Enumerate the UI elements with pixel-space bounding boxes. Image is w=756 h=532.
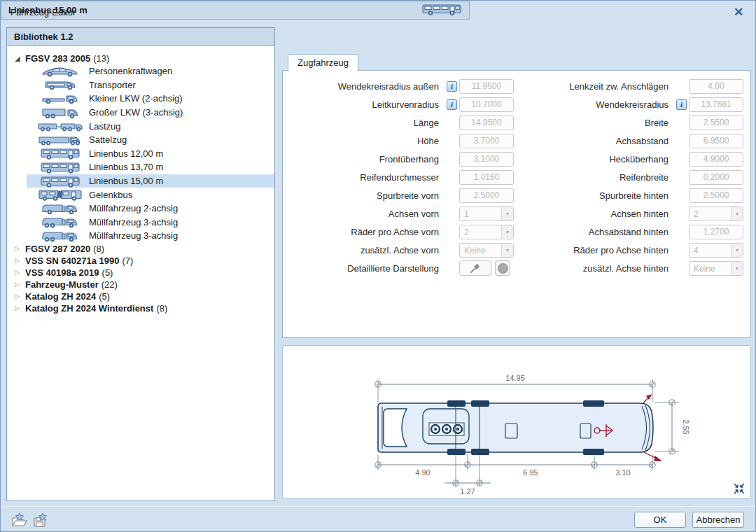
tree-collapsed-icon[interactable]: ▷	[15, 293, 25, 300]
open-library-icon[interactable]	[10, 512, 29, 528]
input-spurbreite-vorn[interactable]	[459, 188, 514, 203]
tree-item-sattelzug[interactable]: Sattelzug	[27, 133, 274, 147]
field-row-leitkurvenradius: Leitkurvenradiusi	[288, 95, 514, 113]
field-row-reifenbreite: Reifenbreite	[518, 168, 743, 186]
city-bus-icon	[35, 161, 85, 174]
input-wendekreisradius[interactable]	[689, 97, 743, 112]
input-reifenbreite[interactable]	[689, 170, 743, 185]
input-h-he[interactable]	[459, 134, 514, 148]
input-spurbreite-hinten[interactable]	[689, 188, 743, 203]
tree-group-vss-40198a-2019[interactable]: ▷VSS 40198a 2019(5)	[7, 267, 274, 279]
tree-collapsed-icon[interactable]: ▷	[15, 245, 25, 252]
tree-item-transporter[interactable]: Transporter	[27, 78, 274, 92]
select-zus-tzl-achse-hinten[interactable]: Keine▼	[689, 261, 743, 276]
info-icon[interactable]: i	[447, 81, 457, 92]
semi-trailer-icon	[35, 134, 85, 146]
tree-group-fgsv-287-2020[interactable]: ▷FGSV 287 2020(8)	[7, 243, 274, 255]
circle-swatch-icon	[498, 263, 508, 274]
tree-group-katalog-zh-2024-winterdienst[interactable]: ▷Katalog ZH 2024 Winterdienst(8)	[7, 302, 274, 314]
tree-item-m-llfahrzeug-3-achsig[interactable]: Müllfahrzeug 3-achsig	[27, 229, 274, 243]
field-row-wendekreisradius: Wendekreisradiusi	[518, 95, 743, 113]
tree-item-linienbus-13-70-m[interactable]: Linienbus 13,70 m	[27, 160, 274, 174]
info-icon[interactable]: i	[447, 99, 457, 110]
field-row-l-nge: Länge	[288, 113, 514, 132]
vehicle-diagram-panel: 14.95 2.55 4.90 6.95 3.10 1.27	[282, 345, 751, 499]
select-r-der-pro-achse-vorn[interactable]: 2▼	[459, 225, 514, 239]
chevron-down-icon: ▼	[731, 262, 743, 275]
field-row-r-der-pro-achse-hinten: Räder pro Achse hinten4▼	[518, 241, 743, 259]
select-zus-tzl-achse-vorn[interactable]: Keine▼	[459, 243, 514, 258]
tree-collapsed-icon[interactable]: ▷	[15, 281, 25, 288]
small-truck-icon	[35, 93, 85, 104]
info-icon[interactable]: i	[676, 99, 687, 110]
tree-group-vss-sn-640271a-1990[interactable]: ▷VSS SN 640271a 1990(7)	[7, 255, 274, 267]
tree-group-katalog-zh-2024[interactable]: ▷Katalog ZH 2024(5)	[7, 290, 274, 302]
dim-rear-axle-gap: 1.27	[460, 487, 475, 496]
tree-expanded-icon[interactable]: ◢	[15, 55, 25, 62]
tree-group-fgsv-283-2005[interactable]: ◢FGSV 283 2005(13)	[7, 52, 274, 64]
select-achsen-hinten[interactable]: 2▼	[689, 206, 743, 221]
van-icon	[35, 79, 85, 90]
input-lenkzeit-zw-anschl-gen[interactable]	[689, 79, 743, 94]
footer-bar: OK Abbrechen	[1, 506, 755, 532]
input-achsabstand[interactable]	[689, 134, 743, 148]
tree-item-m-llfahrzeug-2-achsig[interactable]: Müllfahrzeug 2-achsig	[27, 202, 274, 216]
collapse-diagram-icon[interactable]	[733, 482, 746, 495]
field-row-reifendurchmesser: Reifendurchmesser	[288, 168, 514, 186]
tree-item-kleiner-lkw-2-achsig-[interactable]: Kleiner LKW (2-achsig)	[27, 92, 274, 106]
input-breite[interactable]	[689, 115, 743, 130]
input-wendekreisradius-au-en[interactable]	[459, 79, 514, 94]
detail-color-button[interactable]	[495, 260, 510, 276]
tree-item-lastzug[interactable]: Lastzug	[27, 119, 274, 133]
input-leitkurvenradius[interactable]	[459, 97, 514, 112]
select-r-der-pro-achse-hinten[interactable]: 4▼	[689, 243, 743, 258]
input-achsabstand-hinten[interactable]	[689, 225, 743, 239]
tree-collapsed-icon[interactable]: ▷	[15, 269, 25, 276]
field-row-front-berhang: Frontüberhang	[288, 150, 514, 168]
close-icon[interactable]: ✕	[731, 5, 746, 20]
pick-detailed-shape-button[interactable]	[459, 260, 491, 276]
garbage-truck-3-icon	[35, 230, 85, 242]
field-row-achsabstand-hinten: Achsabstand hinten	[518, 223, 743, 241]
tree-item-gro-er-lkw-3-achsig-[interactable]: Großer LKW (3-achsig)	[27, 106, 274, 120]
field-row-r-der-pro-achse-vorn: Räder pro Achse vorn2▼	[288, 223, 514, 241]
cancel-button[interactable]: Abbrechen	[692, 512, 744, 528]
field-row-achsen-vorn: Achsen vorn1▼	[288, 204, 514, 223]
input-reifendurchmesser[interactable]	[459, 170, 514, 185]
select-achsen-vorn[interactable]: 1▼	[459, 206, 514, 221]
pipette-icon	[469, 262, 482, 274]
vehicle-tree: ◢FGSV 283 2005(13)PersonenkraftwagenTran…	[7, 47, 274, 500]
parameters-panel: Wendekreisradius außeniLeitkurvenradiusi…	[282, 70, 751, 338]
garbage-truck-3-icon	[35, 216, 85, 228]
input-heck-berhang[interactable]	[689, 152, 743, 167]
tree-item-personenkraftwagen[interactable]: Personenkraftwagen	[27, 64, 274, 78]
vehicle-editor-dialog: Fahrzeug-Editor ✕ Bibliothek 1.2 ◢FGSV 2…	[0, 0, 756, 532]
dim-front-overhang: 3.10	[615, 468, 630, 477]
dim-total-length: 14.95	[505, 374, 525, 382]
field-row-lenkzeit-zw-anschl-gen: Lenkzeit zw. Anschlägen	[518, 77, 743, 95]
tree-collapsed-icon[interactable]: ▷	[15, 257, 25, 264]
tree-item-linienbus-15-00-m[interactable]: Linienbus 15,00 m	[27, 174, 274, 188]
field-row-spurbreite-vorn: Spurbreite vorn	[288, 186, 514, 204]
tree-item-gelenkbus[interactable]: Gelenkbus	[27, 188, 274, 202]
tree-item-m-llfahrzeug-3-achsig[interactable]: Müllfahrzeug 3-achsig	[27, 216, 274, 230]
field-row-breite: Breite	[518, 113, 743, 132]
big-truck-icon	[35, 106, 85, 119]
field-row-h-he: Höhe	[288, 132, 514, 150]
garbage-truck-2-icon	[35, 202, 85, 215]
dim-width: 2.55	[682, 419, 690, 434]
ok-button[interactable]: OK	[634, 512, 686, 528]
field-row-zus-tzl-achse-hinten: zusätzl. Achse hintenKeine▼	[518, 259, 743, 277]
tree-group-fahrzeug-muster[interactable]: ▷Fahrzeug-Muster(22)	[7, 279, 274, 290]
field-row-spurbreite-hinten: Spurbreite hinten	[518, 186, 743, 204]
truck-trailer-icon	[35, 120, 85, 132]
input-l-nge[interactable]	[459, 115, 514, 130]
save-to-library-icon[interactable]	[31, 512, 50, 528]
tree-item-linienbus-12-00-m[interactable]: Linienbus 12,00 m	[27, 147, 274, 161]
input-front-berhang[interactable]	[459, 152, 514, 167]
tab-zugfahrzeug[interactable]: Zugfahrzeug	[288, 54, 358, 71]
tree-collapsed-icon[interactable]: ▷	[15, 304, 25, 312]
city-bus-icon	[35, 175, 85, 188]
title-bar: Fahrzeug-Editor ✕	[1, 1, 755, 24]
library-panel: Bibliothek 1.2 ◢FGSV 283 2005(13)Persone…	[6, 27, 275, 501]
